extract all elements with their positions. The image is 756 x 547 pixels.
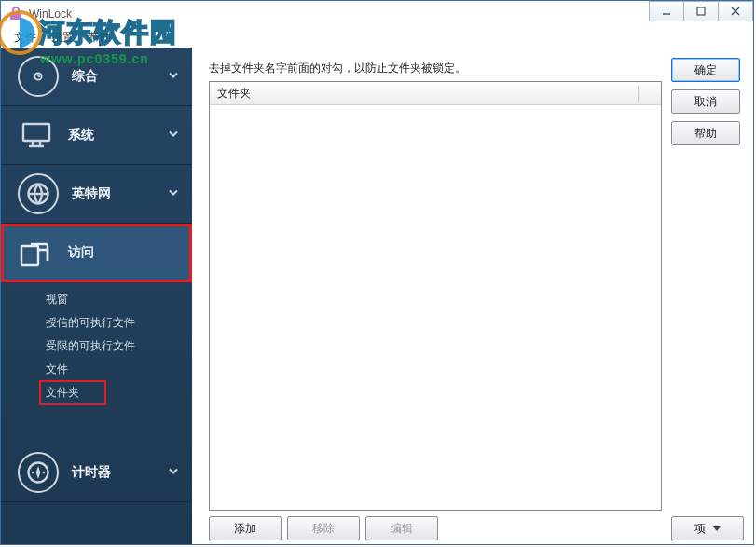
sidebar-cat-label: 访问: [68, 244, 94, 261]
sidebar: 综合 系统: [1, 48, 192, 544]
toolbar-spacer: [444, 516, 666, 539]
window-title: WinLock: [29, 7, 72, 21]
chevron-down-icon: [168, 187, 179, 201]
bottom-toolbar: 添加 移除 编辑 项: [209, 516, 744, 539]
maximize-button[interactable]: [683, 1, 719, 21]
sidebar-cat-internet[interactable]: 英特网: [1, 165, 192, 224]
remove-button[interactable]: 移除: [287, 516, 360, 540]
sidebar-sub-folders[interactable]: 文件夹: [40, 381, 105, 404]
close-button[interactable]: [718, 1, 753, 21]
menu-file[interactable]: 文件: [8, 28, 42, 48]
monitor-icon: [18, 116, 55, 154]
sidebar-sub-window[interactable]: 视窗: [1, 288, 192, 311]
main-area: 综合 系统: [1, 48, 753, 544]
sidebar-sub-restricted-exe[interactable]: 受限的可执行文件: [1, 335, 192, 358]
menubar: 文件 设置 帮助: [1, 27, 753, 48]
sidebar-cat-timer[interactable]: 计时器: [1, 444, 192, 502]
chevron-down-icon: [168, 466, 179, 480]
description-text: 去掉文件夹名字前面的对勾，以防止文件夹被锁定。: [209, 61, 656, 76]
svg-rect-8: [23, 124, 49, 141]
menu-settings[interactable]: 设置: [46, 28, 79, 48]
column-header-folder[interactable]: 文件夹: [210, 86, 639, 102]
globe-icon: [18, 173, 59, 214]
side-buttons: 确定 取消 帮助: [671, 58, 740, 145]
menu-help[interactable]: 帮助: [83, 28, 117, 48]
folder-stack-icon: [18, 234, 55, 271]
app-icon: [8, 7, 23, 21]
folder-listbox[interactable]: 文件夹: [209, 81, 662, 511]
add-button[interactable]: 添加: [209, 516, 282, 540]
sidebar-cat-label: 计时器: [72, 464, 111, 481]
sidebar-subitems: 视窗 授信的可执行文件 受限的可执行文件 文件 文件夹: [1, 282, 192, 412]
sidebar-cat-label: 综合: [72, 68, 98, 85]
sidebar-cat-general[interactable]: 综合: [1, 48, 192, 106]
listbox-header: 文件夹: [210, 82, 661, 105]
edit-button[interactable]: 编辑: [365, 516, 438, 540]
sidebar-sub-files[interactable]: 文件: [1, 358, 192, 381]
window-controls: [650, 1, 753, 21]
titlebar: WinLock: [1, 1, 753, 27]
sidebar-gap: [1, 412, 192, 444]
content-panel: 去掉文件夹名字前面的对勾，以防止文件夹被锁定。 文件夹 确定 取消 帮助 添加 …: [192, 48, 753, 544]
chevron-down-icon: [168, 70, 179, 84]
sidebar-cat-access[interactable]: 访问: [1, 224, 192, 282]
ok-button[interactable]: 确定: [671, 58, 740, 82]
svg-rect-2: [697, 7, 705, 15]
compass-icon: [18, 452, 59, 493]
minimize-button[interactable]: [649, 1, 684, 21]
items-menu-button[interactable]: 项: [671, 516, 744, 540]
sidebar-cat-system[interactable]: 系统: [1, 106, 192, 165]
sidebar-sub-trusted-exe[interactable]: 授信的可执行文件: [1, 311, 192, 335]
svg-rect-0: [10, 12, 21, 20]
svg-marker-15: [36, 466, 41, 479]
svg-rect-13: [21, 246, 38, 265]
chevron-down-icon: [168, 129, 179, 143]
app-window: WinLock 文件 设置 帮助 河东软件园 www.pc0359.cn: [0, 0, 754, 545]
sidebar-cat-label: 系统: [68, 127, 94, 144]
sidebar-cat-label: 英特网: [72, 185, 111, 202]
help-button[interactable]: 帮助: [671, 121, 740, 145]
clock-icon: [18, 56, 59, 97]
cancel-button[interactable]: 取消: [671, 89, 740, 114]
